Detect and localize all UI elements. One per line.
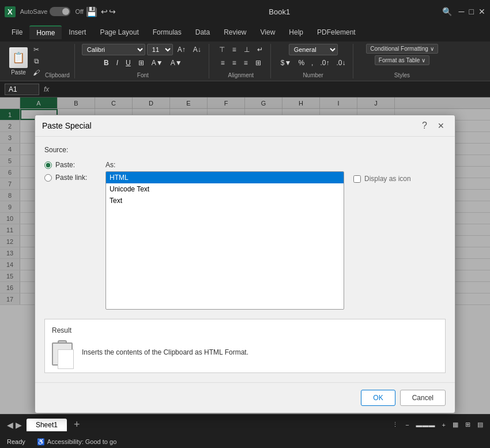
as-option-unicode[interactable]: Unicode Text	[106, 183, 344, 195]
cancel-button[interactable]: Cancel	[400, 390, 446, 406]
normal-view-button[interactable]: ▦	[453, 421, 458, 428]
conditional-formatting-button[interactable]: Conditional Formatting ∨	[366, 44, 438, 54]
number-format-select[interactable]: General	[289, 44, 338, 55]
dialog-titlebar: Paste Special ? ✕	[35, 115, 455, 137]
ready-status: Ready	[7, 438, 25, 445]
maximize-button[interactable]: □	[469, 7, 474, 16]
tab-file[interactable]: File	[5, 26, 29, 39]
font-name-select[interactable]: Calibri	[82, 44, 145, 55]
clipboard-visual	[52, 339, 75, 366]
formula-input[interactable]	[54, 85, 485, 93]
minimize-button[interactable]: ─	[459, 7, 465, 16]
decimal-decrease-button[interactable]: .0↓	[333, 57, 348, 69]
dialog-buttons: OK Cancel	[35, 382, 455, 413]
as-section: As: HTML Unicode Text Text	[105, 161, 344, 310]
display-as-icon-option[interactable]: Display as icon	[353, 175, 411, 183]
paste-special-dialog: Paste Special ? ✕ Source: Paste:	[35, 115, 455, 413]
autosave-label: AutoSave	[20, 8, 48, 15]
as-option-html[interactable]: HTML	[106, 172, 344, 183]
dialog-help-button[interactable]: ?	[422, 121, 427, 131]
wrap-text-button[interactable]: ↵	[254, 44, 266, 55]
dialog-body: Source: Paste: Paste link:	[35, 137, 455, 382]
paste-link-radio[interactable]	[44, 174, 52, 182]
as-option-text[interactable]: Text	[106, 195, 344, 206]
currency-button[interactable]: $▼	[278, 57, 295, 69]
decrease-font-button[interactable]: A↓	[190, 44, 204, 55]
main-area: A B C D E F G H I J 12345678910111213141…	[0, 97, 490, 414]
toggle-knob	[62, 8, 69, 15]
italic-button[interactable]: I	[114, 57, 121, 69]
as-listbox[interactable]: HTML Unicode Text Text	[105, 171, 344, 310]
merge-button[interactable]: ⊞	[252, 57, 264, 69]
paste-link-radio-option[interactable]: Paste link:	[44, 174, 96, 182]
cut-button[interactable]: ✂	[30, 44, 43, 55]
underline-button[interactable]: U	[123, 57, 134, 69]
result-content: Inserts the contents of the Clipboard as…	[52, 339, 438, 366]
format-as-table-button[interactable]: Format as Table ∨	[375, 55, 429, 65]
tab-insert[interactable]: Insert	[62, 26, 93, 39]
decimal-increase-button[interactable]: .0↑	[317, 57, 332, 69]
bottom-bar: Ready ♿ Accessibility: Good to go	[0, 435, 490, 448]
result-label: Result	[52, 326, 438, 334]
comma-button[interactable]: ,	[308, 57, 316, 69]
font-size-select[interactable]: 11	[147, 44, 173, 55]
align-middle-button[interactable]: ≡	[229, 44, 239, 55]
save-button[interactable]: 💾	[86, 6, 97, 17]
font-color-button[interactable]: A▼	[168, 57, 185, 69]
tab-home[interactable]: Home	[29, 25, 62, 39]
zoom-out-button[interactable]: −	[405, 421, 409, 428]
zoom-slider[interactable]: ▬▬▬	[416, 421, 435, 428]
bold-button[interactable]: B	[101, 57, 112, 69]
page-layout-view-button[interactable]: ⊞	[465, 421, 470, 428]
options-dots[interactable]: ⋮	[392, 421, 398, 428]
align-top-button[interactable]: ⊤	[216, 44, 228, 55]
dialog-title: Paste Special	[42, 121, 422, 130]
align-left-button[interactable]: ≡	[218, 57, 228, 69]
border-button[interactable]: ⊞	[135, 57, 147, 69]
sheet-nav-arrows[interactable]: ◀ ▶	[7, 420, 22, 430]
undo-button[interactable]: ↩	[101, 7, 108, 16]
ok-button[interactable]: OK	[361, 390, 395, 406]
dialog-main: Paste: Paste link: As: HTML Unicode Text	[44, 161, 446, 310]
as-label: As:	[105, 161, 344, 169]
autosave-toggle[interactable]	[50, 7, 70, 16]
result-text: Inserts the contents of the Clipboard as…	[82, 348, 248, 356]
align-bottom-button[interactable]: ⊥	[241, 44, 252, 55]
zoom-in-button[interactable]: +	[442, 421, 446, 428]
search-button[interactable]: 🔍	[442, 7, 452, 16]
percent-button[interactable]: %	[295, 57, 307, 69]
source-label: Source:	[44, 146, 446, 154]
increase-font-button[interactable]: A↑	[175, 44, 189, 55]
ribbon-content: 📋 Paste ✂ ⧉ 🖌 Clipboard Calibri 11 A↑ A↓	[0, 42, 490, 81]
number-group-label: Number	[303, 72, 323, 78]
paste-icon: 📋	[9, 47, 28, 68]
styles-group-label: Styles	[394, 72, 410, 78]
cell-reference-input[interactable]	[5, 84, 39, 95]
page-break-view-button[interactable]: ▤	[477, 421, 483, 428]
tab-review[interactable]: Review	[217, 26, 253, 39]
tab-page-layout[interactable]: Page Layout	[93, 26, 145, 39]
titlebar: X AutoSave Off 💾 ↩ ↪ Book1 🔍 ─ □ ✕	[0, 0, 490, 23]
display-as-icon-label: Display as icon	[364, 175, 411, 183]
align-row2: ≡ ≡ ≡ ⊞	[218, 57, 264, 69]
paste-button[interactable]: 📋 Paste	[9, 47, 28, 76]
align-center-button[interactable]: ≡	[229, 57, 239, 69]
paste-radio-option[interactable]: Paste:	[44, 161, 96, 169]
paste-radio[interactable]	[44, 161, 52, 169]
format-painter-button[interactable]: 🖌	[30, 67, 43, 78]
sheet-tab-sheet1[interactable]: Sheet1	[27, 419, 67, 431]
align-right-button[interactable]: ≡	[241, 57, 251, 69]
tab-pdfelement[interactable]: PDFelement	[310, 26, 363, 39]
display-as-icon-checkbox[interactable]	[353, 175, 361, 183]
tab-view[interactable]: View	[254, 26, 282, 39]
copy-button[interactable]: ⧉	[30, 56, 43, 66]
font-row1: Calibri 11 A↑ A↓	[82, 44, 204, 55]
close-window-button[interactable]: ✕	[478, 7, 485, 16]
tab-data[interactable]: Data	[189, 26, 217, 39]
tab-formulas[interactable]: Formulas	[146, 26, 189, 39]
add-sheet-button[interactable]: +	[74, 419, 80, 431]
redo-button[interactable]: ↪	[109, 7, 116, 16]
fill-color-button[interactable]: A▼	[149, 57, 166, 69]
dialog-close-button[interactable]: ✕	[434, 120, 448, 131]
tab-help[interactable]: Help	[282, 26, 310, 39]
